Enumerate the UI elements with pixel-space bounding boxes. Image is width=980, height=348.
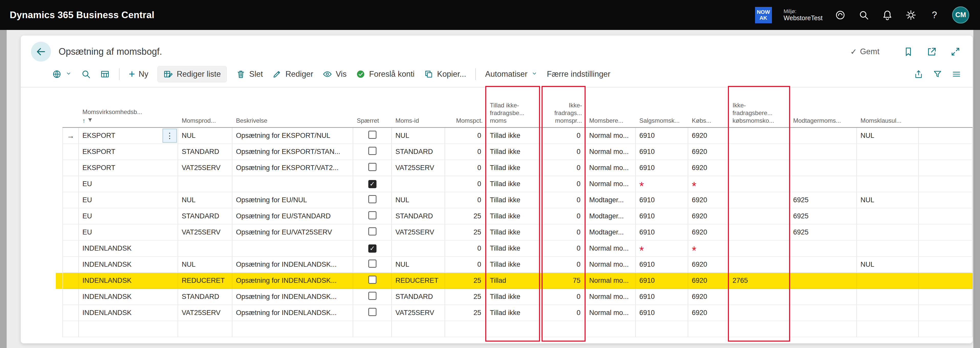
cell-desc[interactable]: Opsætning for EKSPORT/STAN... <box>232 144 353 160</box>
cell-salesAcc[interactable]: 6910 <box>636 225 688 240</box>
app-title[interactable]: Dynamics 365 Business Central <box>10 10 154 21</box>
cell-vatCalc[interactable]: Normal mo... <box>585 176 636 192</box>
cell-salesAcc[interactable]: 6910 <box>636 273 688 289</box>
cell-vatPct[interactable]: 25 <box>445 305 486 321</box>
cell-vatPct[interactable]: 0 <box>445 257 486 273</box>
cell-allowNonDed[interactable]: Tillad ikke <box>486 128 541 144</box>
edit-button[interactable]: Rediger <box>272 69 313 79</box>
cell-vatPct[interactable]: 0 <box>445 240 486 257</box>
cell-salesAcc[interactable]: 6910 <box>636 209 688 225</box>
cell-nonDedAcc[interactable] <box>729 305 789 321</box>
cell-nonDedPct[interactable]: 0 <box>541 240 585 257</box>
cell-vatPct[interactable]: 25 <box>445 209 486 225</box>
cell-nonDedAcc[interactable]: 2765 <box>729 273 789 289</box>
cell-vatBus[interactable]: EU <box>79 225 178 240</box>
cell-blocked[interactable] <box>353 160 392 176</box>
checkbox-unchecked[interactable] <box>368 163 377 171</box>
cell-vatCalc[interactable]: Normal mo... <box>585 144 636 160</box>
column-header-reverseAcc[interactable]: Modtagermoms... <box>789 87 857 128</box>
cell-desc[interactable]: Opsætning for EKSPORT/NUL <box>232 128 353 144</box>
cell-allowNonDed[interactable]: Tillad ikke <box>486 192 541 209</box>
page-views-button[interactable] <box>52 69 72 79</box>
list-options-button[interactable] <box>951 69 961 79</box>
cell-vatClause[interactable] <box>857 176 919 192</box>
cell-nonDedPct[interactable]: 0 <box>541 209 585 225</box>
cell-vatId[interactable] <box>392 321 445 337</box>
cell-vatBus[interactable]: EKSPORT <box>79 144 178 160</box>
cell-reverseAcc[interactable] <box>789 321 857 337</box>
cell-desc[interactable]: Opsætning for EKSPORT/VAT2... <box>232 160 353 176</box>
cell-blocked[interactable] <box>353 192 392 209</box>
cell-blocked[interactable] <box>353 289 392 305</box>
cell-purchAcc[interactable]: * <box>688 176 729 192</box>
cell-vatProd[interactable]: VAT25SERV <box>178 160 232 176</box>
cell-vatCalc[interactable]: Normal mo... <box>585 160 636 176</box>
cell-vatId[interactable]: VAT25SERV <box>392 305 445 321</box>
cell-desc[interactable] <box>232 240 353 257</box>
cell-allowNonDed[interactable]: Tillad ikke <box>486 144 541 160</box>
cell-nonDedAcc[interactable] <box>729 128 789 144</box>
cell-vatClause[interactable] <box>857 144 919 160</box>
cell-nonDedPct[interactable]: 0 <box>541 160 585 176</box>
cell-purchAcc[interactable]: 6920 <box>688 305 729 321</box>
cell-nonDedAcc[interactable] <box>729 257 789 273</box>
cell-allowNonDed[interactable]: Tillad ikke <box>486 209 541 225</box>
cell-nonDedAcc[interactable] <box>729 289 789 305</box>
cell-desc[interactable]: Opsætning for EU/NUL <box>232 192 353 209</box>
cell-vatClause[interactable] <box>857 321 919 337</box>
cell-purchAcc[interactable] <box>688 321 729 337</box>
cell-salesAcc[interactable]: 6910 <box>636 160 688 176</box>
cell-purchAcc[interactable]: 6920 <box>688 160 729 176</box>
cell-vatId[interactable]: REDUCERET <box>392 273 445 289</box>
cell-vatClause[interactable] <box>857 160 919 176</box>
checkbox-unchecked[interactable] <box>368 292 377 300</box>
cell-vatCalc[interactable]: Modtager... <box>585 225 636 240</box>
cell-blocked[interactable] <box>353 273 392 289</box>
cell-vatPct[interactable]: 25 <box>445 273 486 289</box>
copy-button[interactable]: Kopier... <box>424 69 466 79</box>
column-header-vatClause[interactable]: Momsklausul... <box>857 87 919 128</box>
cell-allowNonDed[interactable]: Tillad ikke <box>486 160 541 176</box>
cell-desc[interactable] <box>232 176 353 192</box>
column-header-nonDedAcc[interactable]: Ikke-fradragsbere...købsmomsko... <box>729 87 789 128</box>
cell-blocked[interactable] <box>353 128 392 144</box>
cell-vatCalc[interactable]: Normal mo... <box>585 257 636 273</box>
cell-nonDedPct[interactable]: 0 <box>541 144 585 160</box>
environment-badge[interactable]: NOW AK <box>755 7 772 23</box>
cell-vatBus[interactable]: EU <box>79 192 178 209</box>
cell-salesAcc[interactable] <box>636 321 688 337</box>
cell-reverseAcc[interactable] <box>789 273 857 289</box>
cell-allowNonDed[interactable]: Tillad ikke <box>486 257 541 273</box>
new-button[interactable]: + Ny <box>129 69 148 79</box>
cell-nonDedPct[interactable]: 75 <box>541 273 585 289</box>
cell-nonDedPct[interactable]: 0 <box>541 305 585 321</box>
back-button[interactable] <box>31 42 51 62</box>
cell-reverseAcc[interactable] <box>789 289 857 305</box>
cell-purchAcc[interactable]: 6920 <box>688 128 729 144</box>
cell-vatPct[interactable]: 0 <box>445 160 486 176</box>
cell-blocked[interactable] <box>353 225 392 240</box>
cell-vatClause[interactable] <box>857 225 919 240</box>
cell-vatId[interactable]: NUL <box>392 128 445 144</box>
cell-nonDedPct[interactable]: 0 <box>541 289 585 305</box>
edit-list-button[interactable]: Rediger liste <box>158 66 226 82</box>
cell-salesAcc[interactable]: 6910 <box>636 192 688 209</box>
cell-nonDedAcc[interactable] <box>729 144 789 160</box>
cell-vatBus[interactable]: INDENLANDSK <box>79 273 178 289</box>
cell-vatProd[interactable]: STANDARD <box>178 144 232 160</box>
cell-desc[interactable]: Opsætning for INDENLANDSK... <box>232 289 353 305</box>
cell-blocked[interactable] <box>353 144 392 160</box>
cell-vatCalc[interactable]: Normal mo... <box>585 128 636 144</box>
cell-vatClause[interactable]: NUL <box>857 257 919 273</box>
cell-vatClause[interactable] <box>857 240 919 257</box>
suggest-accounts-button[interactable]: Foreslå konti <box>356 69 414 79</box>
cell-vatPct[interactable]: 0 <box>445 128 486 144</box>
cell-vatCalc[interactable]: Modtager... <box>585 192 636 209</box>
cell-salesAcc[interactable]: 6910 <box>636 289 688 305</box>
cell-purchAcc[interactable]: 6920 <box>688 257 729 273</box>
cell-vatPct[interactable]: 25 <box>445 289 486 305</box>
cell-allowNonDed[interactable]: Tillad ikke <box>486 225 541 240</box>
fewer-options-button[interactable]: Færre indstillinger <box>547 70 611 79</box>
cell-vatCalc[interactable]: Normal mo... <box>585 305 636 321</box>
cell-vatId[interactable]: STANDARD <box>392 144 445 160</box>
